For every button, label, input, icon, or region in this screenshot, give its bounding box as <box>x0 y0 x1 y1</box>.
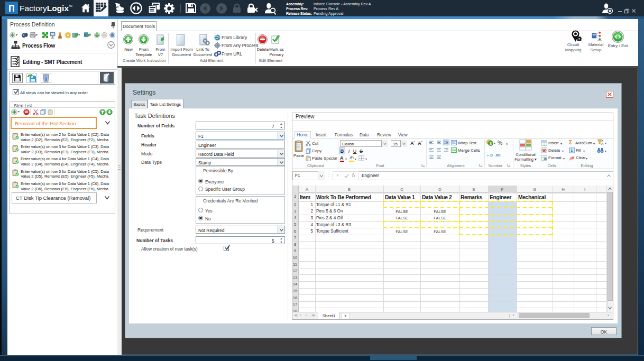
svg-text:$: $ <box>490 142 492 145</box>
svg-text:A: A <box>601 142 604 145</box>
